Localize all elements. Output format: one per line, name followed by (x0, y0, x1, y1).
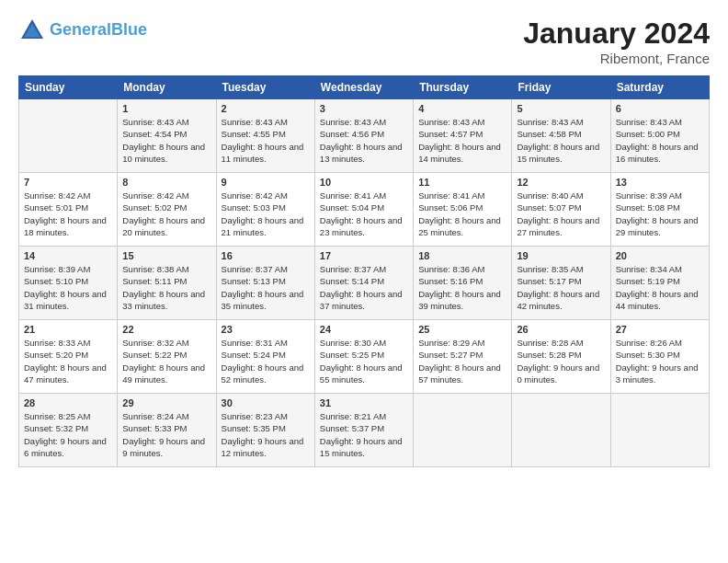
day-number: 29 (122, 397, 210, 408)
day-info: Sunrise: 8:35 AMSunset: 5:17 PMDaylight:… (517, 263, 605, 312)
day-info: Sunrise: 8:36 AMSunset: 5:16 PMDaylight:… (418, 263, 506, 312)
calendar-cell (610, 394, 709, 467)
day-info: Sunrise: 8:43 AMSunset: 4:56 PMDaylight:… (320, 116, 408, 165)
day-info: Sunrise: 8:43 AMSunset: 5:00 PMDaylight:… (616, 116, 704, 165)
day-number: 23 (222, 324, 310, 335)
page: GeneralBlue January 2024 Ribemont, Franc… (0, 0, 728, 477)
calendar-week-1: 7Sunrise: 8:42 AMSunset: 5:01 PMDaylight… (19, 173, 710, 247)
day-info: Sunrise: 8:32 AMSunset: 5:22 PMDaylight:… (122, 337, 210, 385)
day-info: Sunrise: 8:37 AMSunset: 5:14 PMDaylight:… (320, 263, 408, 312)
day-info: Sunrise: 8:24 AMSunset: 5:33 PMDaylight:… (122, 410, 210, 459)
day-number: 17 (320, 250, 408, 261)
day-number: 10 (320, 177, 408, 188)
day-info: Sunrise: 8:26 AMSunset: 5:30 PMDaylight:… (616, 337, 704, 385)
day-number: 8 (122, 177, 210, 188)
calendar-table: Sunday Monday Tuesday Wednesday Thursday… (18, 75, 710, 467)
day-info: Sunrise: 8:39 AMSunset: 5:08 PMDaylight:… (616, 190, 704, 238)
logo-icon (18, 17, 46, 44)
day-number: 9 (222, 177, 310, 188)
day-info: Sunrise: 8:41 AMSunset: 5:06 PMDaylight:… (418, 190, 506, 238)
day-number: 19 (517, 250, 605, 261)
calendar-cell (414, 394, 512, 467)
day-number: 22 (122, 324, 210, 335)
col-wednesday: Wednesday (314, 76, 413, 99)
calendar-cell: 31Sunrise: 8:21 AMSunset: 5:37 PMDayligh… (314, 394, 413, 467)
calendar-cell (512, 394, 610, 467)
day-info: Sunrise: 8:28 AMSunset: 5:28 PMDaylight:… (517, 337, 605, 385)
day-info: Sunrise: 8:29 AMSunset: 5:27 PMDaylight:… (418, 337, 506, 385)
day-info: Sunrise: 8:34 AMSunset: 5:19 PMDaylight:… (616, 263, 704, 312)
calendar-cell: 1Sunrise: 8:43 AMSunset: 4:54 PMDaylight… (118, 99, 216, 173)
day-number: 15 (122, 250, 210, 261)
logo-text: GeneralBlue (50, 21, 147, 40)
day-info: Sunrise: 8:40 AMSunset: 5:07 PMDaylight:… (517, 190, 605, 238)
day-number: 21 (24, 324, 112, 335)
calendar-cell: 15Sunrise: 8:38 AMSunset: 5:11 PMDayligh… (118, 247, 216, 320)
day-info: Sunrise: 8:30 AMSunset: 5:25 PMDaylight:… (320, 337, 408, 385)
day-number: 31 (320, 397, 408, 408)
day-number: 1 (122, 103, 210, 114)
day-info: Sunrise: 8:33 AMSunset: 5:20 PMDaylight:… (24, 337, 112, 385)
calendar-cell: 20Sunrise: 8:34 AMSunset: 5:19 PMDayligh… (610, 247, 709, 320)
calendar-week-0: 1Sunrise: 8:43 AMSunset: 4:54 PMDaylight… (19, 99, 710, 173)
day-info: Sunrise: 8:39 AMSunset: 5:10 PMDaylight:… (24, 263, 112, 312)
day-number: 14 (24, 250, 112, 261)
calendar-cell: 30Sunrise: 8:23 AMSunset: 5:35 PMDayligh… (216, 394, 314, 467)
day-number: 30 (222, 397, 310, 408)
logo-line1: General (50, 20, 111, 39)
calendar-cell: 22Sunrise: 8:32 AMSunset: 5:22 PMDayligh… (118, 320, 216, 394)
logo-line2: Blue (111, 20, 147, 39)
calendar-cell: 5Sunrise: 8:43 AMSunset: 4:58 PMDaylight… (512, 99, 610, 173)
calendar-cell: 18Sunrise: 8:36 AMSunset: 5:16 PMDayligh… (414, 247, 512, 320)
day-number: 27 (616, 324, 704, 335)
calendar-cell (19, 99, 118, 173)
day-info: Sunrise: 8:41 AMSunset: 5:04 PMDaylight:… (320, 190, 408, 238)
day-number: 7 (24, 177, 112, 188)
calendar-cell: 13Sunrise: 8:39 AMSunset: 5:08 PMDayligh… (610, 173, 709, 247)
col-monday: Monday (118, 76, 216, 99)
day-info: Sunrise: 8:25 AMSunset: 5:32 PMDaylight:… (24, 410, 112, 459)
day-info: Sunrise: 8:43 AMSunset: 4:54 PMDaylight:… (122, 116, 210, 165)
day-number: 25 (418, 324, 506, 335)
calendar-cell: 25Sunrise: 8:29 AMSunset: 5:27 PMDayligh… (414, 320, 512, 394)
day-info: Sunrise: 8:42 AMSunset: 5:03 PMDaylight:… (222, 190, 310, 238)
calendar-cell: 17Sunrise: 8:37 AMSunset: 5:14 PMDayligh… (314, 247, 413, 320)
calendar-cell: 26Sunrise: 8:28 AMSunset: 5:28 PMDayligh… (512, 320, 610, 394)
logo: GeneralBlue (18, 17, 147, 44)
day-info: Sunrise: 8:42 AMSunset: 5:02 PMDaylight:… (122, 190, 210, 238)
day-info: Sunrise: 8:43 AMSunset: 4:58 PMDaylight:… (517, 116, 605, 165)
calendar-week-3: 21Sunrise: 8:33 AMSunset: 5:20 PMDayligh… (19, 320, 710, 394)
month-title: January 2024 (523, 17, 710, 51)
calendar-cell: 21Sunrise: 8:33 AMSunset: 5:20 PMDayligh… (19, 320, 118, 394)
location: Ribemont, France (523, 51, 710, 66)
title-block: January 2024 Ribemont, France (523, 17, 710, 66)
day-number: 26 (517, 324, 605, 335)
day-number: 11 (418, 177, 506, 188)
calendar-cell: 2Sunrise: 8:43 AMSunset: 4:55 PMDaylight… (216, 99, 314, 173)
calendar-cell: 24Sunrise: 8:30 AMSunset: 5:25 PMDayligh… (314, 320, 413, 394)
col-thursday: Thursday (414, 76, 512, 99)
col-tuesday: Tuesday (216, 76, 314, 99)
calendar-cell: 4Sunrise: 8:43 AMSunset: 4:57 PMDaylight… (414, 99, 512, 173)
day-number: 24 (320, 324, 408, 335)
calendar-cell: 14Sunrise: 8:39 AMSunset: 5:10 PMDayligh… (19, 247, 118, 320)
day-number: 5 (517, 103, 605, 114)
header-row: Sunday Monday Tuesday Wednesday Thursday… (19, 76, 710, 99)
calendar-cell: 9Sunrise: 8:42 AMSunset: 5:03 PMDaylight… (216, 173, 314, 247)
col-saturday: Saturday (610, 76, 709, 99)
calendar-cell: 6Sunrise: 8:43 AMSunset: 5:00 PMDaylight… (610, 99, 709, 173)
calendar-cell: 27Sunrise: 8:26 AMSunset: 5:30 PMDayligh… (610, 320, 709, 394)
day-number: 12 (517, 177, 605, 188)
day-info: Sunrise: 8:43 AMSunset: 4:55 PMDaylight:… (222, 116, 310, 165)
calendar-cell: 3Sunrise: 8:43 AMSunset: 4:56 PMDaylight… (314, 99, 413, 173)
calendar-cell: 12Sunrise: 8:40 AMSunset: 5:07 PMDayligh… (512, 173, 610, 247)
calendar-cell: 29Sunrise: 8:24 AMSunset: 5:33 PMDayligh… (118, 394, 216, 467)
calendar-cell: 11Sunrise: 8:41 AMSunset: 5:06 PMDayligh… (414, 173, 512, 247)
day-number: 28 (24, 397, 112, 408)
calendar-week-4: 28Sunrise: 8:25 AMSunset: 5:32 PMDayligh… (19, 394, 710, 467)
calendar-cell: 8Sunrise: 8:42 AMSunset: 5:02 PMDaylight… (118, 173, 216, 247)
day-info: Sunrise: 8:43 AMSunset: 4:57 PMDaylight:… (418, 116, 506, 165)
day-number: 18 (418, 250, 506, 261)
calendar-cell: 7Sunrise: 8:42 AMSunset: 5:01 PMDaylight… (19, 173, 118, 247)
calendar-cell: 28Sunrise: 8:25 AMSunset: 5:32 PMDayligh… (19, 394, 118, 467)
